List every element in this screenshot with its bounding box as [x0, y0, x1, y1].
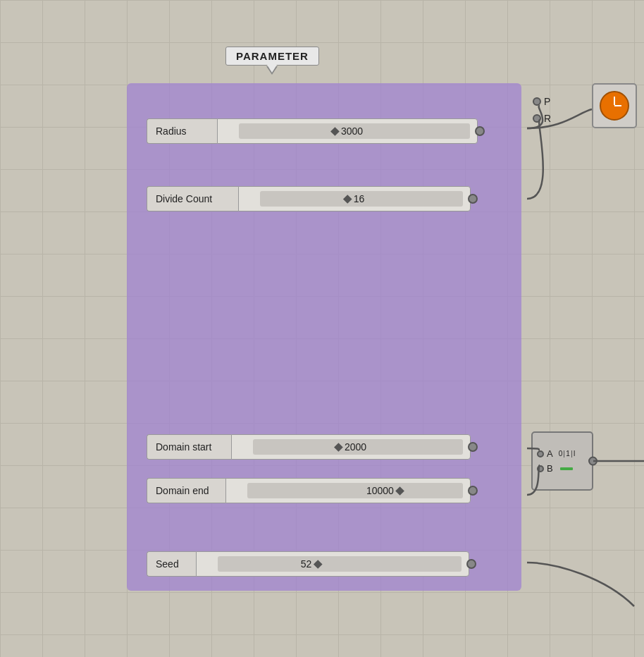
parameter-group: Radius 3000 Divide Count 16 Domain start: [127, 83, 521, 591]
domain-end-diamond-icon: [395, 486, 404, 496]
radius-value: 3000: [332, 125, 363, 137]
tick2: [571, 450, 572, 458]
domain-end-label: Domain end: [147, 478, 225, 503]
seed-track-inner: [218, 556, 462, 572]
b-input-dot[interactable]: [537, 465, 544, 472]
a-input-dot[interactable]: [537, 450, 544, 458]
seed-label: Seed: [147, 551, 196, 577]
b-label: B: [547, 463, 553, 474]
remap-marks: 0 1 I: [559, 450, 576, 458]
domain-start-slider-row[interactable]: Domain start 2000: [147, 431, 471, 462]
p-input-dot[interactable]: [533, 97, 541, 106]
domain-end-track[interactable]: 10000: [225, 478, 471, 503]
divide-count-track[interactable]: 16: [238, 186, 471, 211]
domain-start-label: Domain start: [147, 434, 231, 460]
p-label: P: [544, 96, 550, 107]
divide-count-value: 16: [345, 193, 365, 204]
seed-output-dot[interactable]: [466, 559, 476, 569]
radius-slider-row[interactable]: Radius 3000: [147, 116, 478, 147]
domain-end-output-dot[interactable]: [468, 486, 478, 496]
parameter-tab-label: PARAMETER: [225, 47, 319, 66]
r-input-row: R: [533, 113, 590, 124]
divide-count-slider-row[interactable]: Divide Count 16: [147, 183, 471, 214]
divide-count-diamond-icon: [343, 195, 352, 204]
radius-track[interactable]: 3000: [217, 118, 478, 144]
ab-output-dot[interactable]: [588, 457, 597, 466]
radius-label: Radius: [147, 118, 217, 144]
domain-start-value: 2000: [335, 441, 366, 453]
domain-start-diamond-icon: [334, 443, 343, 452]
b-row: B: [537, 463, 588, 474]
clock-component[interactable]: [592, 83, 637, 128]
domain-end-track-inner: [247, 483, 463, 498]
clock-icon: [600, 91, 629, 121]
seed-diamond-icon: [314, 560, 323, 569]
a-label: A: [547, 448, 553, 459]
tick1: [564, 450, 564, 458]
radius-diamond-icon: [330, 127, 340, 136]
seed-value: 52: [301, 558, 321, 570]
a-row: A 0 1 I: [537, 448, 588, 459]
domain-end-slider-row[interactable]: Domain end 10000: [147, 475, 471, 506]
seed-slider-row[interactable]: Seed 52: [147, 548, 469, 579]
r-label: R: [544, 113, 551, 124]
domain-start-track[interactable]: 2000: [231, 434, 471, 460]
pr-label-group: P R: [533, 96, 590, 124]
r-input-dot[interactable]: [533, 114, 541, 123]
p-input-row: P: [533, 96, 590, 107]
domain-end-value: 10000: [366, 485, 403, 496]
green-bar-icon: [560, 467, 573, 470]
radius-output-dot[interactable]: [475, 126, 485, 136]
domain-start-output-dot[interactable]: [468, 442, 478, 452]
divide-count-output-dot[interactable]: [468, 194, 478, 204]
divide-count-label: Divide Count: [147, 186, 238, 211]
seed-track[interactable]: 52: [196, 551, 469, 577]
ab-component[interactable]: A 0 1 I B: [531, 431, 593, 491]
